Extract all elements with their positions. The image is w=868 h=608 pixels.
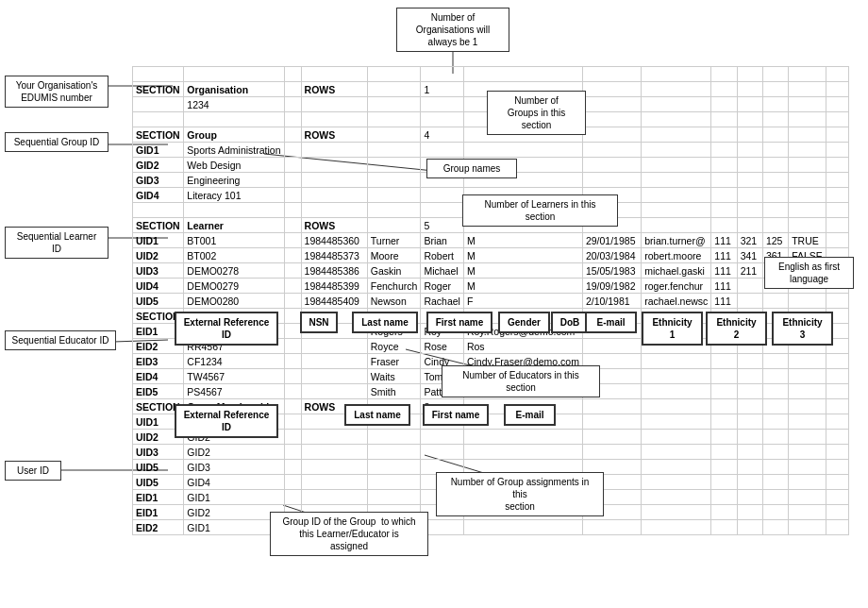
- callout-dob: DoB: [551, 312, 589, 333]
- table-row: UID5DEMO02801984485409NewsonRachaelF2/10…: [133, 294, 849, 309]
- table-cell: [789, 414, 826, 430]
- table-cell: [789, 158, 826, 173]
- table-cell: [826, 414, 848, 430]
- table-cell: [711, 384, 737, 399]
- table-cell: [826, 475, 848, 490]
- table-cell: [642, 218, 711, 233]
- table-cell: [737, 460, 762, 475]
- table-cell: [737, 127, 762, 143]
- table-cell: [642, 143, 711, 158]
- table-cell: [284, 82, 301, 97]
- table-cell: UID5: [133, 460, 184, 475]
- table-cell: [301, 354, 367, 369]
- table-cell: [463, 430, 582, 445]
- table-cell: Literacy 101: [184, 188, 284, 203]
- table-cell: [642, 173, 711, 188]
- table-cell: [711, 158, 737, 173]
- table-cell: DEMO0280: [184, 294, 284, 309]
- table-cell: [711, 460, 737, 475]
- table-cell: [582, 445, 641, 460]
- callout-group-names: Group names: [426, 159, 517, 178]
- table-cell: [582, 173, 641, 188]
- table-cell: 125: [762, 233, 788, 248]
- table-cell: M: [463, 233, 582, 248]
- table-cell: [642, 97, 711, 112]
- table-cell: [367, 203, 421, 218]
- table-cell: [789, 475, 826, 490]
- table-cell: [642, 127, 711, 143]
- table-cell: [367, 143, 421, 158]
- table-cell: [301, 188, 367, 203]
- table-cell: ROWS: [301, 127, 367, 143]
- table-cell: [367, 430, 421, 445]
- table-cell: [789, 143, 826, 158]
- table-cell: TW4567: [184, 369, 284, 384]
- table-cell: [826, 460, 848, 475]
- table-cell: [284, 354, 301, 369]
- table-cell: [582, 520, 641, 535]
- table-cell: [762, 218, 788, 233]
- table-cell: UID5: [133, 475, 184, 490]
- table-cell: [642, 430, 711, 445]
- table-cell: [284, 203, 301, 218]
- table-cell: GID1: [184, 490, 284, 505]
- table-cell: [762, 430, 788, 445]
- table-cell: robert.moore: [642, 248, 711, 263]
- table-row: [133, 67, 849, 82]
- table-cell: Gaskin: [367, 263, 421, 279]
- table-cell: [284, 430, 301, 445]
- table-cell: [367, 445, 421, 460]
- table-cell: [284, 279, 301, 294]
- table-cell: [421, 430, 464, 445]
- table-cell: [789, 67, 826, 82]
- callout-ext-ref-learner: External Reference ID: [175, 312, 278, 346]
- table-cell: 29/01/1985: [582, 233, 641, 248]
- callout-last-name-e: Last name: [344, 404, 410, 426]
- table-cell: EID1: [133, 505, 184, 520]
- table-cell: TRUE: [789, 233, 826, 248]
- callout-email-e: E-mail: [504, 404, 556, 426]
- table-cell: 1984485373: [301, 248, 367, 263]
- table-cell: [737, 384, 762, 399]
- table-cell: [737, 112, 762, 127]
- table-cell: [284, 173, 301, 188]
- table-cell: [367, 97, 421, 112]
- table-cell: [737, 505, 762, 520]
- table-cell: [826, 445, 848, 460]
- table-cell: [789, 97, 826, 112]
- callout-gender: Gender: [498, 312, 550, 333]
- callout-last-name-l: Last name: [352, 312, 418, 333]
- table-cell: [301, 445, 367, 460]
- table-cell: 341: [737, 248, 762, 263]
- table-cell: [284, 188, 301, 203]
- table-cell: [421, 97, 464, 112]
- table-cell: 111: [711, 294, 737, 309]
- table-cell: 321: [737, 233, 762, 248]
- table-cell: 111: [711, 279, 737, 294]
- callout-num-orgs: Number ofOrganisations willalways be 1: [396, 8, 509, 52]
- table-cell: [284, 158, 301, 173]
- table-cell: [582, 339, 641, 354]
- table-cell: [582, 67, 641, 82]
- table-cell: [284, 339, 301, 354]
- callout-eth1: Ethnicity 1: [642, 312, 703, 346]
- table-cell: [367, 127, 421, 143]
- table-cell: [711, 143, 737, 158]
- table-cell: [367, 460, 421, 475]
- table-cell: [711, 82, 737, 97]
- table-cell: michael.gaski: [642, 263, 711, 279]
- table-cell: Waits: [367, 369, 421, 384]
- table-cell: [826, 233, 848, 248]
- table-cell: [737, 475, 762, 490]
- table-cell: [133, 112, 184, 127]
- table-cell: [301, 112, 367, 127]
- table-cell: [789, 218, 826, 233]
- table-cell: [826, 158, 848, 173]
- table-cell: [642, 188, 711, 203]
- table-cell: [582, 430, 641, 445]
- table-cell: [367, 173, 421, 188]
- table-cell: [826, 173, 848, 188]
- table-cell: [642, 399, 711, 414]
- table-cell: [826, 384, 848, 399]
- table-cell: [642, 520, 711, 535]
